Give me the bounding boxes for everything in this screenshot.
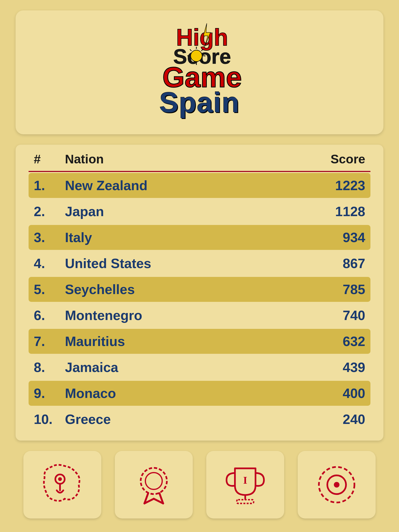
row-nation: Mauritius — [65, 334, 318, 349]
row-score: 632 — [318, 334, 365, 349]
svg-point-18 — [145, 473, 162, 489]
table-row[interactable]: 3.Italy934 — [29, 225, 370, 250]
table-row[interactable]: 10.Greece240 — [29, 407, 370, 432]
row-rank: 7. — [34, 334, 65, 349]
trophy-button[interactable]: I — [206, 451, 284, 518]
row-nation: Greece — [65, 411, 318, 427]
row-score: 867 — [318, 256, 365, 271]
table-row[interactable]: 6.Montenegro740 — [29, 303, 370, 328]
medal-icon — [130, 461, 177, 508]
logo-container: High Score Game Spain — [127, 21, 272, 119]
row-score: 1223 — [318, 178, 365, 193]
row-score: 400 — [318, 385, 365, 401]
svg-point-17 — [141, 468, 167, 494]
col-header-score: Score — [318, 152, 365, 166]
svg-point-15 — [58, 477, 62, 481]
row-nation: Montenegro — [65, 308, 318, 323]
row-rank: 3. — [34, 230, 65, 245]
row-score: 785 — [318, 282, 365, 297]
row-score: 1128 — [318, 204, 365, 219]
header-card: High Score Game Spain — [16, 10, 383, 134]
scoreboard: # Nation Score 1.New Zealand12232.Japan1… — [16, 145, 383, 441]
table-row[interactable]: 1.New Zealand1223 — [29, 173, 370, 198]
svg-point-28 — [334, 482, 340, 488]
row-rank: 8. — [34, 360, 65, 375]
table-row[interactable]: 5.Seychelles785 — [29, 277, 370, 302]
col-header-nation: Nation — [65, 152, 318, 166]
row-rank: 6. — [34, 308, 65, 323]
row-rank: 4. — [34, 256, 65, 271]
row-nation: Jamaica — [65, 360, 318, 375]
map-button[interactable] — [23, 451, 101, 518]
svg-text:Game: Game — [162, 61, 242, 88]
row-nation: Monaco — [65, 385, 318, 401]
medal-button[interactable] — [115, 451, 193, 518]
row-nation: Japan — [65, 204, 318, 219]
row-nation: Seychelles — [65, 282, 318, 297]
row-rank: 9. — [34, 385, 65, 401]
row-rank: 2. — [34, 204, 65, 219]
row-score: 740 — [318, 308, 365, 323]
trophy-icon: I — [222, 461, 269, 508]
row-nation: New Zealand — [65, 178, 318, 193]
subtitle-spain: Spain — [159, 86, 240, 119]
settings-button[interactable] — [298, 451, 376, 518]
row-score: 439 — [318, 360, 365, 375]
svg-point-4 — [193, 53, 200, 59]
row-score: 934 — [318, 230, 365, 245]
logo-svg: High Score Game — [127, 21, 272, 88]
settings-icon — [313, 461, 360, 508]
svg-text:I: I — [243, 475, 247, 486]
icon-row: I — [16, 451, 383, 518]
table-row[interactable]: 9.Monaco400 — [29, 381, 370, 406]
col-header-rank: # — [34, 152, 65, 166]
table-body: 1.New Zealand12232.Japan11283.Italy9344.… — [29, 173, 370, 432]
table-header: # Nation Score — [29, 145, 370, 172]
row-rank: 1. — [34, 178, 65, 193]
map-icon — [39, 461, 86, 508]
svg-rect-24 — [237, 500, 254, 503]
table-row[interactable]: 7.Mauritius632 — [29, 329, 370, 354]
row-rank: 10. — [34, 411, 65, 427]
row-score: 240 — [318, 411, 365, 427]
table-row[interactable]: 4.United States867 — [29, 251, 370, 276]
row-nation: United States — [65, 256, 318, 271]
table-row[interactable]: 8.Jamaica439 — [29, 355, 370, 380]
row-rank: 5. — [34, 282, 65, 297]
row-nation: Italy — [65, 230, 318, 245]
table-row[interactable]: 2.Japan1128 — [29, 199, 370, 224]
